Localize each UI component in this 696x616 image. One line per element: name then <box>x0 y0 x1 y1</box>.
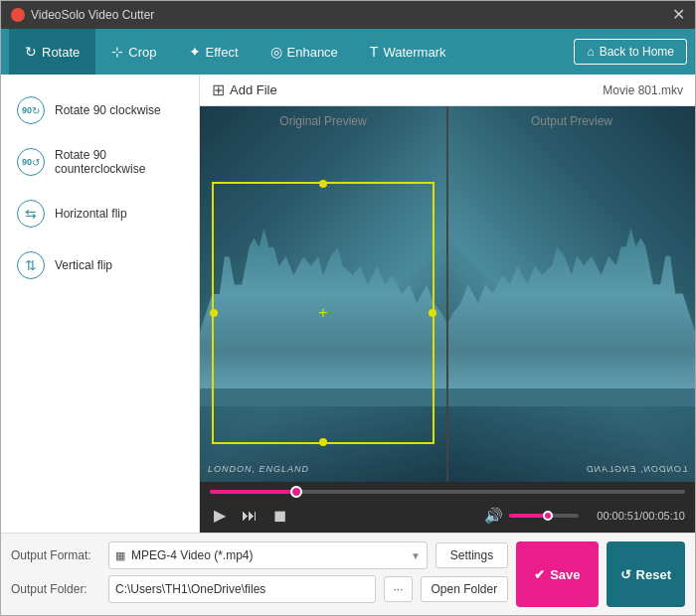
save-icon: ✔ <box>534 567 545 582</box>
dots-button[interactable]: ··· <box>384 576 412 602</box>
content-area: 90↻ Rotate 90 clockwise 90↺ Rotate 90 co… <box>1 75 695 533</box>
volume-area: 🔊 <box>484 507 579 525</box>
crop-handle-top[interactable] <box>319 180 327 188</box>
option-hflip[interactable]: ⇆ Horizontal flip <box>1 188 199 239</box>
play-button[interactable]: ▶ <box>210 504 230 527</box>
home-icon: ⌂ <box>587 45 594 59</box>
title-bar-left: VideoSolo Video Cutter <box>11 8 154 22</box>
progress-bar-container[interactable] <box>200 482 695 498</box>
effect-icon: ✦ <box>189 44 201 60</box>
reset-button[interactable]: ↺ Reset <box>607 541 685 607</box>
left-panel: 90↻ Rotate 90 clockwise 90↺ Rotate 90 co… <box>1 75 200 533</box>
folder-path-display: C:\Users\TH1\OneDrive\files <box>108 575 376 603</box>
mp4-icon: ▦ <box>115 549 125 562</box>
close-button[interactable]: ✕ <box>672 7 685 23</box>
format-select[interactable]: ▦ MPEG-4 Video (*.mp4) ▼ <box>108 541 428 569</box>
tab-crop[interactable]: ⊹ Crop <box>95 29 172 75</box>
option-rotate90cw[interactable]: 90↻ Rotate 90 clockwise <box>1 84 199 136</box>
output-preview-panel: Output Preview LONDON, ENGLAND <box>448 106 695 482</box>
rotate90ccw-label: Rotate 90 counterclockwise <box>55 148 183 176</box>
city-skyline-right <box>448 219 695 406</box>
format-value: MPEG-4 Video (*.mp4) <box>131 548 254 562</box>
watermark-icon: T <box>370 44 379 60</box>
action-buttons: ✔ Save ↺ Reset <box>516 541 685 607</box>
rotate90cw-icon: 90↻ <box>17 96 45 124</box>
tab-watermark-label: Watermark <box>383 45 445 60</box>
save-button[interactable]: ✔ Save <box>516 541 598 607</box>
progress-fill <box>210 490 290 494</box>
time-total: 00:05:10 <box>642 510 685 522</box>
reset-label: Reset <box>636 567 671 582</box>
rotate-icon: ↻ <box>25 44 37 60</box>
folder-label: Output Folder: <box>11 582 100 596</box>
vflip-icon: ⇅ <box>17 251 45 279</box>
progress-thumb[interactable] <box>290 486 302 498</box>
bottom-bar: Output Format: ▦ MPEG-4 Video (*.mp4) ▼ … <box>1 533 695 615</box>
rotate90cw-label: Rotate 90 clockwise <box>55 103 161 117</box>
tab-rotate-label: Rotate <box>42 45 80 60</box>
add-file-label: Add File <box>230 82 277 97</box>
app-window: VideoSolo Video Cutter ✕ ↻ Rotate ⊹ Crop… <box>0 0 696 616</box>
hflip-label: Horizontal flip <box>55 207 127 221</box>
toolbar: ↻ Rotate ⊹ Crop ✦ Effect ◎ Enhance T Wat… <box>1 29 695 75</box>
tab-rotate[interactable]: ↻ Rotate <box>9 29 95 75</box>
window-title: VideoSolo Video Cutter <box>31 8 154 22</box>
preview-container: Original Preview + <box>200 106 695 482</box>
volume-thumb[interactable] <box>543 511 553 521</box>
output-video-area: LONDON, ENGLAND <box>448 106 695 482</box>
original-video-area: + LONDON, ENGLAND <box>200 106 446 482</box>
format-select-inner: ▦ MPEG-4 Video (*.mp4) <box>115 548 254 562</box>
main-panel: ⊞ Add File Movie 801.mkv Original Previe… <box>200 75 695 533</box>
output-preview-label: Output Preview <box>531 114 612 128</box>
watermark-text-left: LONDON, ENGLAND <box>208 464 309 474</box>
settings-button[interactable]: Settings <box>435 542 508 568</box>
time-current: 00:00:51 <box>597 510 639 522</box>
forward-button[interactable]: ⏭ <box>238 505 261 527</box>
city-skyline-left <box>200 219 446 406</box>
title-bar: VideoSolo Video Cutter ✕ <box>1 1 695 29</box>
output-video-frame: LONDON, ENGLAND <box>448 106 695 482</box>
original-preview-label: Original Preview <box>279 114 366 128</box>
enhance-icon: ◎ <box>270 44 282 60</box>
volume-icon[interactable]: 🔊 <box>484 507 503 525</box>
original-preview-panel: Original Preview + <box>200 106 446 482</box>
stop-button[interactable]: ◼ <box>269 504 290 527</box>
tab-enhance[interactable]: ◎ Enhance <box>255 29 354 75</box>
volume-slider[interactable] <box>509 514 579 518</box>
reset-icon: ↺ <box>620 567 631 582</box>
option-rotate90ccw[interactable]: 90↺ Rotate 90 counterclockwise <box>1 136 199 188</box>
tab-effect[interactable]: ✦ Effect <box>173 29 255 75</box>
folder-row: Output Folder: C:\Users\TH1\OneDrive\fil… <box>11 575 508 603</box>
tab-effect-label: Effect <box>206 45 239 60</box>
playback-controls: ▶ ⏭ ◼ 🔊 00:00:51/00:05:10 <box>200 498 695 533</box>
tab-enhance-label: Enhance <box>287 45 338 60</box>
bottom-row-wrapper: Output Format: ▦ MPEG-4 Video (*.mp4) ▼ … <box>11 541 685 607</box>
progress-track[interactable] <box>210 490 685 494</box>
vflip-label: Vertical flip <box>55 258 112 272</box>
format-label: Output Format: <box>11 548 100 562</box>
tab-watermark[interactable]: T Watermark <box>354 29 462 75</box>
rotate90ccw-icon: 90↺ <box>17 148 45 176</box>
watermark-text-right: LONDON, ENGLAND <box>586 464 687 474</box>
crop-icon: ⊹ <box>111 44 123 60</box>
add-file-icon: ⊞ <box>212 80 225 99</box>
format-row: Output Format: ▦ MPEG-4 Video (*.mp4) ▼ … <box>11 541 508 569</box>
open-folder-button[interactable]: Open Folder <box>421 576 509 602</box>
main-top-bar: ⊞ Add File Movie 801.mkv <box>200 75 695 106</box>
original-video-frame: + LONDON, ENGLAND <box>200 106 446 482</box>
back-home-button[interactable]: ⌂ Back to Home <box>574 39 687 65</box>
current-filename: Movie 801.mkv <box>603 83 683 97</box>
add-file-button[interactable]: ⊞ Add File <box>212 80 277 99</box>
app-icon <box>11 8 25 22</box>
back-home-label: Back to Home <box>600 45 674 59</box>
option-vflip[interactable]: ⇅ Vertical flip <box>1 239 199 291</box>
save-label: Save <box>550 567 580 582</box>
hflip-icon: ⇆ <box>17 200 45 228</box>
time-display: 00:00:51/00:05:10 <box>597 510 685 522</box>
chevron-down-icon: ▼ <box>411 550 421 561</box>
tab-crop-label: Crop <box>128 45 156 60</box>
bottom-fields: Output Format: ▦ MPEG-4 Video (*.mp4) ▼ … <box>11 541 508 607</box>
